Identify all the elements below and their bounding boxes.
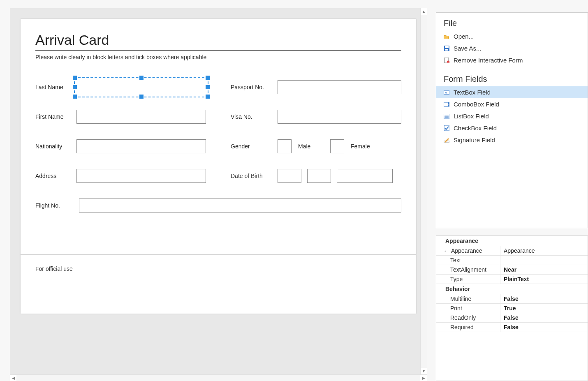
right-column: Passport No. Visa No. Gender <box>231 80 401 183</box>
resize-handle-sw[interactable] <box>73 95 77 99</box>
form-columns: Last Name <box>35 80 401 183</box>
label-passport-no: Passport No. <box>231 84 270 90</box>
textbox-address[interactable] <box>76 169 206 183</box>
palette-signature-label: Signature Field <box>454 136 495 143</box>
palette-combobox-field[interactable]: ComboBox Field <box>436 98 588 110</box>
selected-field-last-name[interactable] <box>74 77 208 97</box>
file-remove-form[interactable]: Remove Interactive Form <box>436 54 588 66</box>
field-visa-no: Visa No. <box>231 110 401 124</box>
pdf-page[interactable]: Arrival Card Please write clearly in blo… <box>21 19 416 314</box>
file-save-as[interactable]: Save As... <box>436 42 588 54</box>
signature-field-icon <box>444 137 449 143</box>
prop-print[interactable]: Print True <box>436 304 588 313</box>
prop-readonly-val[interactable]: False <box>500 313 588 322</box>
prop-print-val[interactable]: True <box>500 304 588 313</box>
resize-handle-ne[interactable] <box>206 76 210 80</box>
textbox-passport-no[interactable] <box>278 80 401 94</box>
prop-readonly[interactable]: ReadOnly False <box>436 313 588 323</box>
textbox-dob-3[interactable] <box>337 169 393 183</box>
prop-appearance-key: Appearance <box>451 247 482 254</box>
prop-type-val[interactable]: PlainText <box>500 275 588 284</box>
prop-multiline[interactable]: Multiline False <box>436 294 588 304</box>
prop-group-behavior[interactable]: Behavior <box>436 284 588 294</box>
textbox-first-name[interactable] <box>76 110 206 124</box>
field-first-name: First Name <box>35 110 206 124</box>
prop-group-appearance[interactable]: Appearance <box>436 236 588 246</box>
main-row: Arrival Card Please write clearly in blo… <box>0 0 588 381</box>
prop-required-val[interactable]: False <box>500 323 588 332</box>
scroll-up-icon[interactable]: ▲ <box>421 8 427 15</box>
file-item-list: Open... Save As... Remove Interactive Fo… <box>436 30 588 66</box>
prop-align-val[interactable]: Near <box>500 265 588 274</box>
textbox-flight-no[interactable] <box>79 199 401 212</box>
prop-text[interactable]: Text <box>436 256 588 265</box>
prop-text-key: Text <box>450 257 461 263</box>
page-subtitle: Please write clearly in block letters an… <box>35 54 401 60</box>
label-address: Address <box>35 173 69 179</box>
resize-handle-s[interactable] <box>139 95 144 99</box>
file-save-as-label: Save As... <box>454 45 482 52</box>
prop-type[interactable]: Type PlainText <box>436 275 588 284</box>
file-open[interactable]: Open... <box>436 30 588 42</box>
resize-handle-n[interactable] <box>139 76 144 80</box>
form-fields-list: A TextBox Field ComboBox Field <box>436 86 588 146</box>
prop-multiline-val[interactable]: False <box>500 294 588 303</box>
textbox-nationality[interactable] <box>76 139 206 153</box>
prop-appearance[interactable]: ›Appearance Appearance <box>436 246 588 256</box>
field-last-name: Last Name <box>35 80 206 94</box>
textbox-visa-no[interactable] <box>278 110 401 124</box>
resize-handle-nw[interactable] <box>73 76 77 80</box>
textbox-dob-1[interactable] <box>278 169 301 183</box>
palette-checkbox-label: CheckBox Field <box>454 125 497 132</box>
resize-handle-w[interactable] <box>73 85 77 89</box>
resize-handle-e[interactable] <box>206 85 210 89</box>
chevron-right-icon[interactable]: › <box>444 249 449 253</box>
file-remove-form-label: Remove Interactive Form <box>454 57 523 64</box>
scroll-right-icon[interactable]: ▶ <box>420 375 427 381</box>
label-last-name: Last Name <box>35 84 69 90</box>
left-column: Last Name <box>35 80 206 183</box>
palette-checkbox-field[interactable]: CheckBox Field <box>436 122 588 134</box>
field-gender: Gender Male Female <box>231 139 401 153</box>
folder-open-icon <box>444 34 449 39</box>
resize-handle-se[interactable] <box>206 95 210 99</box>
properties-panel: Appearance ›Appearance Appearance Text T… <box>436 236 588 381</box>
horizontal-scrollbar[interactable]: ◀ ▶ <box>10 374 427 381</box>
label-nationality: Nationality <box>35 143 69 150</box>
label-female: Female <box>351 143 375 150</box>
label-flight-no: Flight No. <box>35 202 69 209</box>
app-root: Arrival Card Please write clearly in blo… <box>0 0 588 381</box>
vertical-scrollbar[interactable]: ▲ ▼ <box>420 8 427 374</box>
field-dob: Date of Birth <box>231 169 401 183</box>
file-heading: File <box>436 17 588 30</box>
canvas-wrap[interactable]: Arrival Card Please write clearly in blo… <box>10 8 427 327</box>
checkbox-male[interactable] <box>278 139 292 153</box>
document-viewer: Arrival Card Please write clearly in blo… <box>0 0 427 381</box>
textbox-field-icon: A <box>444 90 449 95</box>
textbox-dob-2[interactable] <box>307 169 331 183</box>
prop-appearance-val[interactable]: Appearance <box>500 246 588 255</box>
prop-required[interactable]: Required False <box>436 323 588 332</box>
listbox-field-icon <box>444 113 449 119</box>
svg-rect-2 <box>445 49 448 51</box>
scroll-down-icon[interactable]: ▼ <box>421 368 427 374</box>
title-rule <box>35 50 401 51</box>
label-dob: Date of Birth <box>231 173 270 179</box>
checkbox-female[interactable] <box>330 139 344 153</box>
palette-listbox-label: ListBox Field <box>454 113 489 120</box>
palette-textbox-label: TextBox Field <box>454 89 491 96</box>
palette-signature-field[interactable]: Signature Field <box>436 134 588 146</box>
field-nationality: Nationality <box>35 139 206 153</box>
prop-text-alignment[interactable]: TextAlignment Near <box>436 265 588 275</box>
save-icon <box>444 46 449 51</box>
prop-print-key: Print <box>450 305 462 312</box>
prop-text-val[interactable] <box>500 256 588 265</box>
checkbox-field-icon <box>444 125 449 131</box>
label-first-name: First Name <box>35 113 69 120</box>
combobox-field-icon <box>444 102 449 107</box>
palette-textbox-field[interactable]: A TextBox Field <box>436 86 588 98</box>
field-flight-no: Flight No. <box>35 199 401 212</box>
scroll-left-icon[interactable]: ◀ <box>10 375 16 381</box>
section-divider <box>21 254 416 255</box>
palette-listbox-field[interactable]: ListBox Field <box>436 110 588 122</box>
